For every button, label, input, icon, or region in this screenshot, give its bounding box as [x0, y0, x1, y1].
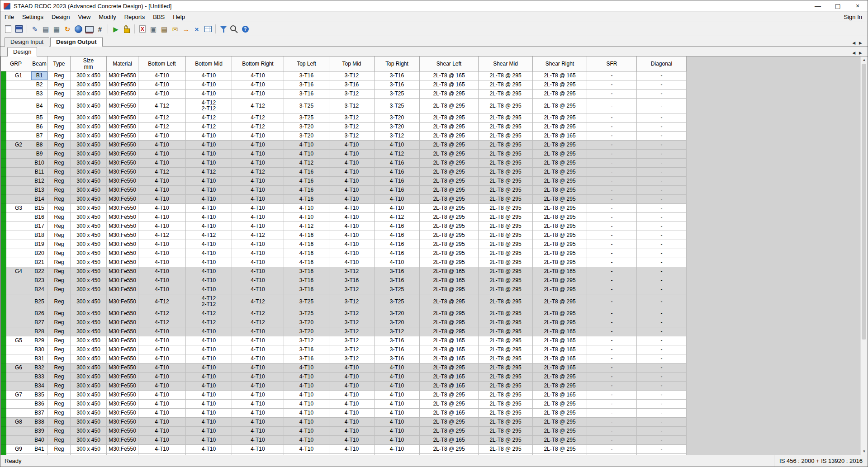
cell-beam[interactable]: B24 — [31, 285, 48, 294]
cell-bm[interactable]: 4-T10 — [186, 445, 232, 454]
cell-tl[interactable]: 4-T16 — [284, 195, 329, 204]
cell-br[interactable]: 4-T10 — [232, 249, 284, 258]
cell-grp[interactable] — [6, 249, 31, 258]
cell-tr[interactable]: 3-T16 — [375, 80, 420, 90]
globe-icon[interactable] — [73, 24, 84, 34]
cell-type[interactable]: Reg — [48, 123, 71, 132]
menu-settings[interactable]: Settings — [18, 13, 47, 21]
cell-grp[interactable]: G8 — [6, 418, 31, 427]
maximize-button[interactable]: ▢ — [828, 0, 848, 11]
cell-sr[interactable]: 2L-T8 @ 295 — [533, 231, 587, 240]
cell-sm[interactable]: 2L-T8 @ 295 — [479, 99, 533, 113]
cell-grp[interactable] — [6, 382, 31, 391]
cell-beam[interactable]: B10 — [31, 159, 48, 168]
cell-tm[interactable]: 4-T10 — [329, 382, 375, 391]
cell-br[interactable]: 4-T10 — [232, 213, 284, 222]
cell-beam[interactable]: B40 — [31, 436, 48, 445]
cell-tr[interactable]: 3-T25 — [375, 294, 420, 309]
cell-bl[interactable]: 4-T10 — [138, 177, 186, 186]
cell-sl[interactable]: 2L-T8 @ 165 — [420, 354, 479, 363]
cell-size[interactable]: 300 x 450 — [71, 99, 107, 113]
cell-grp[interactable] — [6, 400, 31, 409]
cell-bm[interactable]: 4-T12 — [186, 318, 232, 327]
edit-drawing-icon[interactable]: ✎ — [29, 24, 40, 34]
cell-type[interactable]: Reg — [48, 309, 71, 318]
cell-sm[interactable]: 2L-T8 @ 295 — [479, 195, 533, 204]
cell-sm[interactable]: 2L-T8 @ 295 — [479, 363, 533, 373]
cell-sfr[interactable]: - — [587, 249, 637, 258]
cell-type[interactable]: Reg — [48, 336, 71, 345]
cell-bm[interactable]: 4-T12 — [186, 309, 232, 318]
cell-br[interactable]: 4-T10 — [232, 382, 284, 391]
cell-sl[interactable]: 2L-T8 @ 295 — [420, 363, 479, 373]
cell-br[interactable]: 4-T10 — [232, 418, 284, 427]
cell-br[interactable]: 4-T10 — [232, 391, 284, 400]
cell-beam[interactable]: B37 — [31, 409, 48, 418]
cell-bm[interactable]: 4-T12 — [186, 168, 232, 177]
cell-beam[interactable]: B16 — [31, 213, 48, 222]
cell-sl[interactable]: 2L-T8 @ 165 — [420, 80, 479, 90]
cell-bm[interactable]: 4-T10 — [186, 186, 232, 195]
cell-sl[interactable]: 2L-T8 @ 295 — [420, 195, 479, 204]
cell-diag[interactable]: - — [637, 213, 687, 222]
cell-bl[interactable]: 4-T10 — [138, 186, 186, 195]
cell-type[interactable]: Reg — [48, 240, 71, 249]
cell-tl[interactable]: 4-T10 — [284, 418, 329, 427]
cell-sfr[interactable]: - — [587, 345, 637, 354]
cell-beam[interactable]: B12 — [31, 177, 48, 186]
cell-tm[interactable]: 3-T12 — [329, 132, 375, 141]
cell-size[interactable]: 300 x 450 — [71, 90, 107, 99]
cell-sr[interactable]: 2L-T8 @ 295 — [533, 99, 587, 113]
cell-sr[interactable]: 2L-T8 @ 295 — [533, 113, 587, 123]
cell-diag[interactable]: - — [637, 391, 687, 400]
cell-sfr[interactable]: - — [587, 276, 637, 285]
grid-lines-icon[interactable]: # — [95, 24, 105, 34]
cell-tl[interactable]: 3-T16 — [284, 285, 329, 294]
cell-tm[interactable]: 4-T10 — [329, 159, 375, 168]
cell-sl[interactable]: 2L-T8 @ 295 — [420, 222, 479, 231]
cell-material[interactable]: M30:Fe550 — [107, 318, 138, 327]
cell-br[interactable]: 4-T10 — [232, 132, 284, 141]
cell-size[interactable]: 300 x 450 — [71, 318, 107, 327]
cell-grp[interactable] — [6, 186, 31, 195]
cell-tl[interactable]: 4-T10 — [284, 150, 329, 159]
cell-beam[interactable]: B22 — [31, 267, 48, 276]
cell-grp[interactable] — [6, 168, 31, 177]
cell-material[interactable]: M30:Fe550 — [107, 177, 138, 186]
cell-size[interactable]: 300 x 450 — [71, 168, 107, 177]
vertical-scrollbar[interactable]: ▲ ▼ — [860, 57, 868, 455]
cell-sm[interactable]: 2L-T8 @ 295 — [479, 276, 533, 285]
cell-type[interactable]: Reg — [48, 354, 71, 363]
tab-design-output[interactable]: Design Output — [50, 37, 103, 47]
cell-tm[interactable]: 3-T12 — [329, 309, 375, 318]
cell-sfr[interactable]: - — [587, 113, 637, 123]
cell-sl[interactable]: 2L-T8 @ 295 — [420, 249, 479, 258]
cell-bm[interactable]: 4-T10 — [186, 400, 232, 409]
cell-size[interactable]: 300 x 450 — [71, 71, 107, 80]
cell-type[interactable]: Reg — [48, 276, 71, 285]
cell-bm[interactable]: 4-T10 — [186, 363, 232, 373]
cell-tm[interactable]: 3-T12 — [329, 354, 375, 363]
cell-grp[interactable] — [6, 318, 31, 327]
document-pages-icon[interactable]: ▤ — [40, 24, 51, 34]
cell-tm[interactable]: 3-T12 — [329, 113, 375, 123]
cell-bl[interactable]: 4-T10 — [138, 382, 186, 391]
cell-bm[interactable]: 4-T10 — [186, 240, 232, 249]
cell-sfr[interactable]: - — [587, 213, 637, 222]
cell-br[interactable]: 4-T10 — [232, 427, 284, 436]
cell-tl[interactable]: 4-T16 — [284, 240, 329, 249]
cell-tr[interactable]: 4-T10 — [375, 418, 420, 427]
cell-sl[interactable]: 2L-T8 @ 295 — [420, 285, 479, 294]
cell-br[interactable]: 4-T10 — [232, 90, 284, 99]
cell-tr[interactable]: 3-T16 — [375, 267, 420, 276]
cell-sl[interactable]: 2L-T8 @ 295 — [420, 99, 479, 113]
cell-size[interactable]: 300 x 450 — [71, 123, 107, 132]
cell-tm[interactable]: 4-T10 — [329, 222, 375, 231]
monitor-icon[interactable] — [84, 24, 95, 34]
cell-tm[interactable]: 4-T10 — [329, 195, 375, 204]
cell-type[interactable]: Reg — [48, 177, 71, 186]
cell-grp[interactable] — [6, 99, 31, 113]
cell-sl[interactable]: 2L-T8 @ 295 — [420, 391, 479, 400]
cell-bl[interactable]: 4-T10 — [138, 222, 186, 231]
cell-sfr[interactable]: - — [587, 195, 637, 204]
